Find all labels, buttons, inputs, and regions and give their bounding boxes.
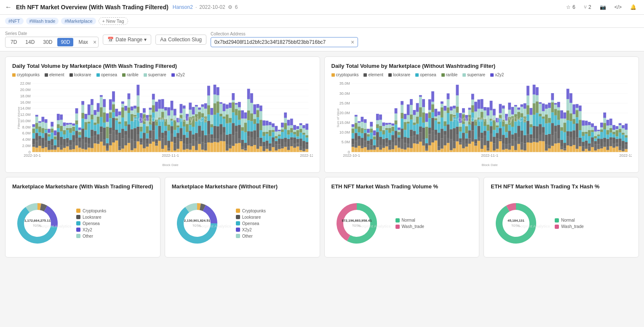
tag-wash-trade[interactable]: #Wash trade — [26, 18, 59, 24]
svg-rect-720 — [370, 139, 373, 145]
chart2-area: 35.0M30.0M25.0M20.0M15.0M10.0M5.0M02022-… — [331, 80, 632, 168]
svg-text:$72,196,883,958.41: $72,196,883,958.41 — [342, 219, 372, 222]
svg-rect-495 — [238, 125, 241, 139]
svg-rect-819 — [413, 125, 416, 131]
svg-rect-246 — [128, 99, 131, 107]
svg-rect-207 — [112, 131, 115, 142]
svg-rect-980 — [484, 126, 486, 131]
svg-rect-248 — [131, 150, 134, 152]
svg-rect-1268 — [609, 128, 612, 133]
collection-address-label: Collection Address — [211, 32, 358, 36]
svg-rect-640 — [302, 151, 305, 152]
svg-rect-742 — [379, 131, 382, 137]
svg-rect-577 — [275, 150, 278, 152]
main-content: Daily Total Volume by Marketplace (With … — [0, 51, 644, 263]
svg-rect-740 — [379, 145, 382, 150]
svg-rect-950 — [471, 130, 474, 142]
svg-rect-215 — [115, 130, 118, 135]
legend-dot — [388, 73, 392, 77]
svg-rect-133 — [78, 132, 81, 135]
calendar-icon: 📅 — [107, 37, 114, 43]
svg-text:10.0M: 10.0M — [20, 119, 31, 123]
svg-rect-1251 — [603, 142, 606, 147]
svg-rect-780 — [394, 108, 397, 113]
svg-rect-1059 — [517, 110, 520, 112]
tag-marketplace[interactable]: #Marketplace — [61, 18, 96, 24]
svg-rect-1209 — [585, 146, 588, 149]
back-icon[interactable]: ← — [5, 3, 12, 11]
svg-rect-482 — [232, 113, 235, 123]
svg-rect-479 — [232, 146, 235, 152]
svg-rect-317 — [158, 99, 161, 109]
svg-rect-848 — [425, 127, 428, 138]
svg-rect-297 — [152, 142, 155, 152]
svg-rect-817 — [413, 136, 416, 144]
date-max[interactable]: Max — [75, 38, 91, 46]
svg-rect-1211 — [585, 134, 588, 141]
fork-count: 2 — [588, 4, 591, 10]
legend-item: element — [363, 72, 383, 77]
fork-button[interactable]: ⑂ 2 — [581, 3, 594, 11]
pie-legend-dot — [236, 221, 240, 225]
date-7d[interactable]: 7D — [7, 38, 20, 46]
svg-rect-713 — [367, 141, 370, 144]
svg-rect-468 — [226, 123, 229, 135]
svg-rect-569 — [269, 122, 272, 125]
svg-rect-165 — [94, 136, 96, 144]
clear-address-button[interactable]: × — [351, 39, 354, 46]
svg-rect-1097 — [535, 139, 538, 142]
tag-nft[interactable]: #NFT — [5, 18, 24, 24]
svg-rect-587 — [278, 136, 281, 139]
svg-rect-77 — [54, 137, 57, 140]
svg-rect-381 — [189, 150, 192, 152]
svg-rect-355 — [176, 133, 179, 138]
svg-rect-360 — [179, 141, 182, 152]
svg-rect-313 — [158, 126, 161, 137]
svg-rect-997 — [489, 101, 492, 110]
author-link[interactable]: Hanson2 — [173, 4, 193, 10]
legend-item: opensea — [415, 72, 436, 77]
svg-rect-722 — [370, 129, 373, 132]
date-30d[interactable]: 30D — [40, 38, 56, 46]
svg-rect-511 — [244, 123, 247, 132]
alert-button[interactable]: 🔔 — [628, 3, 639, 11]
svg-rect-241 — [128, 143, 131, 152]
svg-rect-726 — [373, 148, 376, 150]
code-button[interactable]: </> — [612, 3, 624, 11]
svg-rect-435 — [210, 115, 213, 124]
svg-rect-936 — [465, 144, 468, 147]
legend-item: x2y2 — [171, 72, 185, 77]
star-button[interactable]: ☆ 6 — [564, 3, 578, 11]
svg-rect-198 — [106, 113, 109, 122]
svg-rect-770 — [391, 131, 394, 135]
svg-rect-148 — [84, 119, 87, 122]
svg-rect-1191 — [575, 110, 578, 117]
collection-address-input[interactable] — [214, 39, 349, 45]
svg-rect-387 — [189, 103, 192, 110]
svg-rect-565 — [269, 143, 272, 146]
svg-rect-1035 — [508, 131, 511, 144]
svg-rect-107 — [66, 123, 69, 125]
screenshot-button[interactable]: 📷 — [597, 3, 609, 11]
svg-rect-1013 — [499, 139, 502, 141]
svg-rect-908 — [453, 142, 456, 148]
date-range-dropdown[interactable]: 📅 Date Range ▾ — [103, 35, 151, 45]
date-14d[interactable]: 14D — [22, 38, 38, 46]
svg-rect-439 — [214, 126, 216, 139]
svg-rect-553 — [262, 132, 265, 136]
svg-rect-823 — [416, 144, 419, 152]
svg-rect-134 — [78, 130, 81, 132]
svg-rect-562 — [266, 121, 269, 125]
pie2-card: Marketplace Marketshare (Without Filter)… — [165, 177, 320, 257]
svg-rect-100 — [63, 123, 66, 126]
svg-rect-602 — [284, 123, 287, 129]
fork-count: 6 — [235, 4, 238, 10]
svg-rect-811 — [410, 130, 413, 137]
svg-rect-724 — [370, 122, 373, 126]
date-90d[interactable]: 90D — [57, 38, 73, 46]
clear-date-button[interactable]: × — [93, 39, 96, 46]
new-tag-button[interactable]: + New Tag — [99, 17, 128, 25]
svg-rect-522 — [250, 137, 253, 146]
svg-rect-286 — [146, 133, 149, 138]
svg-rect-311 — [158, 141, 161, 152]
